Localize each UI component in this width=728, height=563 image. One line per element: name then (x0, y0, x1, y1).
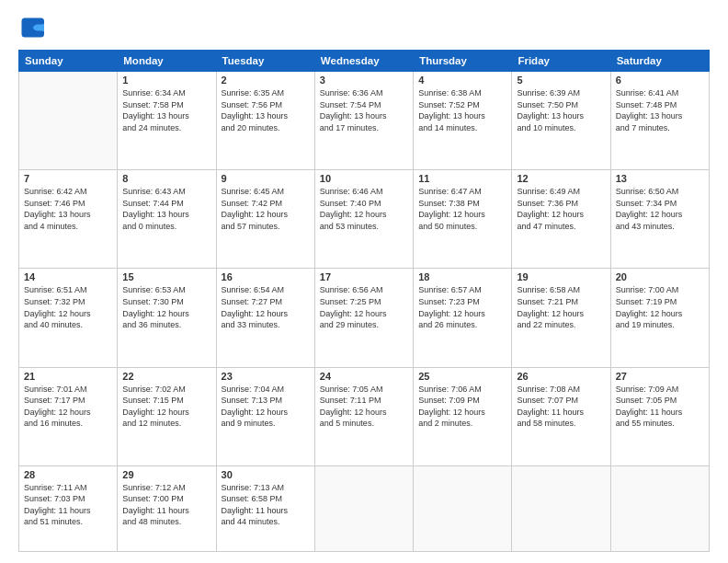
calendar-cell (314, 465, 413, 551)
day-number: 17 (320, 271, 408, 282)
page: SundayMondayTuesdayWednesdayThursdayFrid… (0, 0, 728, 563)
day-info: Sunrise: 6:49 AM Sunset: 7:36 PM Dayligh… (517, 186, 605, 232)
calendar-week-row: 21Sunrise: 7:01 AM Sunset: 7:17 PM Dayli… (19, 367, 710, 465)
calendar-cell: 2Sunrise: 6:35 AM Sunset: 7:56 PM Daylig… (216, 72, 314, 170)
calendar-cell: 12Sunrise: 6:49 AM Sunset: 7:36 PM Dayli… (512, 170, 610, 269)
calendar-week-row: 1Sunrise: 6:34 AM Sunset: 7:58 PM Daylig… (19, 72, 710, 170)
calendar-cell: 14Sunrise: 6:51 AM Sunset: 7:32 PM Dayli… (19, 269, 118, 367)
calendar-week-row: 7Sunrise: 6:42 AM Sunset: 7:46 PM Daylig… (19, 170, 710, 269)
day-number: 10 (320, 173, 408, 184)
day-info: Sunrise: 6:56 AM Sunset: 7:25 PM Dayligh… (320, 284, 408, 330)
calendar-cell: 22Sunrise: 7:02 AM Sunset: 7:15 PM Dayli… (118, 367, 216, 465)
calendar-cell: 11Sunrise: 6:47 AM Sunset: 7:38 PM Dayli… (414, 170, 512, 269)
calendar-cell: 21Sunrise: 7:01 AM Sunset: 7:17 PM Dayli… (19, 367, 118, 465)
day-number: 9 (222, 173, 310, 184)
day-number: 28 (24, 469, 112, 480)
day-number: 18 (418, 271, 506, 282)
day-info: Sunrise: 7:06 AM Sunset: 7:09 PM Dayligh… (418, 384, 506, 430)
calendar-day-header: Sunday (19, 51, 118, 72)
day-info: Sunrise: 7:04 AM Sunset: 7:13 PM Dayligh… (222, 384, 310, 430)
day-number: 4 (418, 75, 506, 86)
day-number: 8 (122, 173, 210, 184)
calendar-day-header: Friday (512, 51, 610, 72)
day-info: Sunrise: 6:47 AM Sunset: 7:38 PM Dayligh… (418, 186, 506, 232)
day-info: Sunrise: 6:54 AM Sunset: 7:27 PM Dayligh… (222, 284, 310, 330)
day-info: Sunrise: 6:35 AM Sunset: 7:56 PM Dayligh… (222, 87, 310, 133)
day-number: 19 (517, 271, 605, 282)
day-number: 12 (517, 173, 605, 184)
day-number: 3 (320, 75, 408, 86)
calendar-cell: 6Sunrise: 6:41 AM Sunset: 7:48 PM Daylig… (610, 72, 709, 170)
logo (18, 15, 48, 40)
day-info: Sunrise: 7:02 AM Sunset: 7:15 PM Dayligh… (122, 384, 210, 430)
calendar-day-header: Tuesday (216, 51, 314, 72)
calendar-cell: 7Sunrise: 6:42 AM Sunset: 7:46 PM Daylig… (19, 170, 118, 269)
day-number: 25 (418, 371, 506, 382)
day-number: 16 (222, 271, 310, 282)
day-info: Sunrise: 6:53 AM Sunset: 7:30 PM Dayligh… (122, 284, 210, 330)
calendar-cell: 19Sunrise: 6:58 AM Sunset: 7:21 PM Dayli… (512, 269, 610, 367)
day-info: Sunrise: 6:45 AM Sunset: 7:42 PM Dayligh… (222, 186, 310, 232)
day-info: Sunrise: 7:00 AM Sunset: 7:19 PM Dayligh… (616, 284, 704, 330)
day-info: Sunrise: 6:36 AM Sunset: 7:54 PM Dayligh… (320, 87, 408, 133)
calendar-cell (512, 465, 610, 551)
calendar-cell (610, 465, 709, 551)
day-number: 11 (418, 173, 506, 184)
day-number: 2 (222, 75, 310, 86)
calendar-cell: 10Sunrise: 6:46 AM Sunset: 7:40 PM Dayli… (314, 170, 413, 269)
day-info: Sunrise: 6:51 AM Sunset: 7:32 PM Dayligh… (24, 284, 112, 330)
calendar-day-header: Thursday (414, 51, 512, 72)
calendar-cell: 16Sunrise: 6:54 AM Sunset: 7:27 PM Dayli… (216, 269, 314, 367)
calendar-cell: 17Sunrise: 6:56 AM Sunset: 7:25 PM Dayli… (314, 269, 413, 367)
logo-icon (18, 15, 44, 40)
calendar-cell: 28Sunrise: 7:11 AM Sunset: 7:03 PM Dayli… (19, 465, 118, 551)
calendar-cell: 1Sunrise: 6:34 AM Sunset: 7:58 PM Daylig… (118, 72, 216, 170)
day-info: Sunrise: 7:13 AM Sunset: 6:58 PM Dayligh… (222, 482, 310, 528)
calendar-day-header: Monday (118, 51, 216, 72)
calendar-cell: 3Sunrise: 6:36 AM Sunset: 7:54 PM Daylig… (314, 72, 413, 170)
day-number: 29 (122, 469, 210, 480)
calendar-week-row: 14Sunrise: 6:51 AM Sunset: 7:32 PM Dayli… (19, 269, 710, 367)
day-number: 21 (24, 371, 112, 382)
header (18, 15, 710, 40)
day-number: 24 (320, 371, 408, 382)
calendar-cell: 23Sunrise: 7:04 AM Sunset: 7:13 PM Dayli… (216, 367, 314, 465)
day-info: Sunrise: 6:46 AM Sunset: 7:40 PM Dayligh… (320, 186, 408, 232)
calendar-cell (414, 465, 512, 551)
calendar-cell: 27Sunrise: 7:09 AM Sunset: 7:05 PM Dayli… (610, 367, 709, 465)
day-number: 15 (122, 271, 210, 282)
day-info: Sunrise: 7:01 AM Sunset: 7:17 PM Dayligh… (24, 384, 112, 430)
day-info: Sunrise: 6:42 AM Sunset: 7:46 PM Dayligh… (24, 186, 112, 232)
day-info: Sunrise: 6:43 AM Sunset: 7:44 PM Dayligh… (122, 186, 210, 232)
day-info: Sunrise: 7:12 AM Sunset: 7:00 PM Dayligh… (122, 482, 210, 528)
day-info: Sunrise: 6:34 AM Sunset: 7:58 PM Dayligh… (122, 87, 210, 133)
day-info: Sunrise: 7:11 AM Sunset: 7:03 PM Dayligh… (24, 482, 112, 528)
calendar-cell: 9Sunrise: 6:45 AM Sunset: 7:42 PM Daylig… (216, 170, 314, 269)
day-number: 22 (122, 371, 210, 382)
calendar-cell: 20Sunrise: 7:00 AM Sunset: 7:19 PM Dayli… (610, 269, 709, 367)
calendar-cell: 30Sunrise: 7:13 AM Sunset: 6:58 PM Dayli… (216, 465, 314, 551)
day-number: 6 (616, 75, 704, 86)
calendar-cell: 5Sunrise: 6:39 AM Sunset: 7:50 PM Daylig… (512, 72, 610, 170)
calendar-cell: 25Sunrise: 7:06 AM Sunset: 7:09 PM Dayli… (414, 367, 512, 465)
day-number: 30 (222, 469, 310, 480)
day-number: 5 (517, 75, 605, 86)
calendar-day-header: Saturday (610, 51, 709, 72)
day-number: 23 (222, 371, 310, 382)
calendar-cell: 26Sunrise: 7:08 AM Sunset: 7:07 PM Dayli… (512, 367, 610, 465)
day-number: 20 (616, 271, 704, 282)
calendar-cell: 4Sunrise: 6:38 AM Sunset: 7:52 PM Daylig… (414, 72, 512, 170)
day-info: Sunrise: 6:41 AM Sunset: 7:48 PM Dayligh… (616, 87, 704, 133)
calendar-cell: 29Sunrise: 7:12 AM Sunset: 7:00 PM Dayli… (118, 465, 216, 551)
calendar-cell (19, 72, 118, 170)
day-info: Sunrise: 7:05 AM Sunset: 7:11 PM Dayligh… (320, 384, 408, 430)
day-info: Sunrise: 6:57 AM Sunset: 7:23 PM Dayligh… (418, 284, 506, 330)
calendar-table: SundayMondayTuesdayWednesdayThursdayFrid… (18, 50, 710, 552)
calendar-cell: 13Sunrise: 6:50 AM Sunset: 7:34 PM Dayli… (610, 170, 709, 269)
calendar-day-header: Wednesday (314, 51, 413, 72)
day-number: 14 (24, 271, 112, 282)
calendar-cell: 24Sunrise: 7:05 AM Sunset: 7:11 PM Dayli… (314, 367, 413, 465)
day-info: Sunrise: 7:09 AM Sunset: 7:05 PM Dayligh… (616, 384, 704, 430)
day-number: 1 (122, 75, 210, 86)
day-info: Sunrise: 6:39 AM Sunset: 7:50 PM Dayligh… (517, 87, 605, 133)
